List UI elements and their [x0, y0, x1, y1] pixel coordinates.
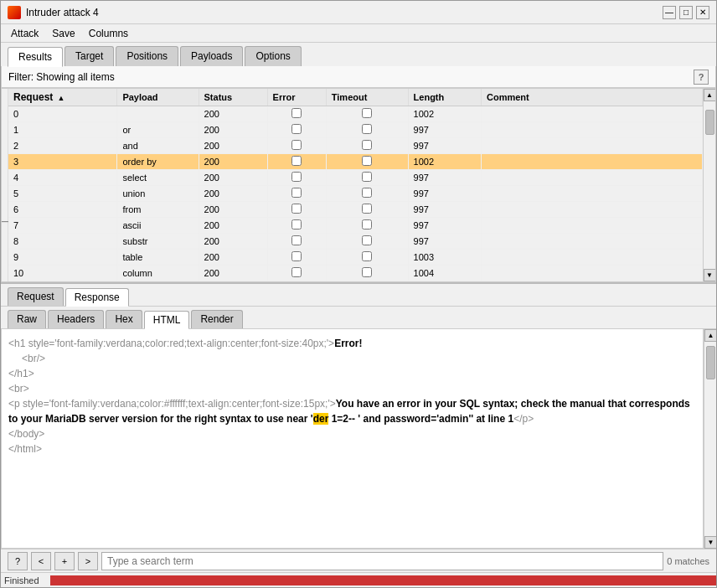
cell-length: 997	[408, 170, 481, 186]
cell-timeout[interactable]	[326, 234, 408, 250]
cell-timeout[interactable]	[326, 281, 408, 282]
content-line-2: <br/>	[8, 351, 696, 366]
results-section: T Request ▲ Payload Status Error Timeout…	[1, 88, 716, 282]
main-tabs: Results Target Positions Payloads Option…	[1, 43, 716, 66]
cell-error[interactable]	[267, 122, 326, 138]
cell-error[interactable]	[267, 234, 326, 250]
cell-comment	[481, 106, 702, 122]
content-scroll-down[interactable]: ▼	[704, 536, 716, 549]
help-nav-btn[interactable]: ?	[8, 552, 28, 570]
tab-request[interactable]: Request	[8, 287, 64, 306]
cell-error[interactable]	[267, 250, 326, 266]
cell-error[interactable]	[267, 266, 326, 281]
content-scroll-track[interactable]	[704, 342, 716, 536]
intruder-icon	[8, 6, 21, 19]
col-length[interactable]: Length	[408, 89, 481, 106]
scrollbar-down-btn[interactable]: ▼	[704, 269, 716, 281]
cell-timeout[interactable]	[326, 154, 408, 170]
table-scrollbar[interactable]: ▲ ▼	[703, 89, 715, 281]
tab-headers[interactable]: Headers	[48, 310, 104, 328]
tab-raw[interactable]: Raw	[8, 310, 46, 328]
cell-error[interactable]	[267, 281, 326, 282]
tab-target[interactable]: Target	[64, 46, 114, 66]
cell-timeout[interactable]	[326, 186, 408, 202]
table-row[interactable]: 6from200997	[8, 202, 703, 218]
cell-error[interactable]	[267, 186, 326, 202]
cell-request: 9	[8, 250, 117, 266]
col-error[interactable]: Error	[267, 89, 326, 106]
cell-status: 200	[199, 186, 267, 202]
cell-error[interactable]	[267, 154, 326, 170]
cell-timeout[interactable]	[326, 106, 408, 122]
cell-error[interactable]	[267, 170, 326, 186]
table-row[interactable]: 7ascii200997	[8, 218, 703, 234]
cell-error[interactable]	[267, 202, 326, 218]
cell-error[interactable]	[267, 138, 326, 154]
tab-payloads[interactable]: Payloads	[180, 46, 243, 66]
cell-timeout[interactable]	[326, 170, 408, 186]
table-row[interactable]: 9table2001003	[8, 250, 703, 266]
close-button[interactable]: ✕	[696, 6, 709, 19]
table-row[interactable]: 5union200997	[8, 186, 703, 202]
tab-render[interactable]: Render	[191, 310, 242, 328]
content-scrollbar[interactable]: ▲ ▼	[704, 329, 716, 549]
next-match-btn2[interactable]: >	[78, 552, 98, 570]
cell-timeout[interactable]	[326, 202, 408, 218]
content-scroll-thumb[interactable]	[706, 346, 715, 379]
cell-status: 200	[199, 281, 267, 282]
cell-status: 200	[199, 138, 267, 154]
table-row[interactable]: 11by200997	[8, 281, 703, 282]
tab-results[interactable]: Results	[8, 47, 63, 67]
menu-columns[interactable]: Columns	[82, 26, 135, 41]
cell-length: 997	[408, 281, 481, 282]
prev-match-btn[interactable]: <	[31, 552, 51, 570]
col-payload[interactable]: Payload	[117, 89, 199, 106]
scrollbar-thumb[interactable]	[705, 110, 714, 135]
cell-payload: union	[117, 186, 199, 202]
menu-attack[interactable]: Attack	[4, 26, 45, 41]
content-scroll-up[interactable]: ▲	[704, 329, 716, 342]
match-count: 0 matches	[667, 556, 709, 566]
table-row[interactable]: 8substr200997	[8, 234, 703, 250]
cell-timeout[interactable]	[326, 266, 408, 281]
table-row[interactable]: 4select200997	[8, 170, 703, 186]
maximize-button[interactable]: □	[679, 6, 693, 19]
cell-request: 2	[8, 138, 117, 154]
tab-positions[interactable]: Positions	[116, 46, 178, 66]
table-area: Request ▲ Payload Status Error Timeout L…	[8, 89, 703, 281]
table-row[interactable]: 2and200997	[8, 138, 703, 154]
scrollbar-track[interactable]	[704, 101, 716, 269]
cell-status: 200	[199, 250, 267, 266]
menu-save[interactable]: Save	[45, 26, 81, 41]
sort-arrow: ▲	[57, 94, 64, 102]
cell-request: 4	[8, 170, 117, 186]
tab-hex[interactable]: Hex	[106, 310, 142, 328]
cell-timeout[interactable]	[326, 138, 408, 154]
table-row[interactable]: 3order by2001002	[8, 154, 703, 170]
col-request[interactable]: Request ▲	[8, 89, 117, 106]
table-row[interactable]: 10column2001004	[8, 266, 703, 281]
next-match-btn[interactable]: +	[54, 552, 75, 570]
cell-length: 1002	[408, 154, 481, 170]
tab-response[interactable]: Response	[65, 288, 129, 307]
cell-error[interactable]	[267, 218, 326, 234]
help-button[interactable]: ?	[694, 70, 709, 85]
cell-request: 10	[8, 266, 117, 281]
cell-status: 200	[199, 106, 267, 122]
cell-status: 200	[199, 234, 267, 250]
col-status[interactable]: Status	[199, 89, 267, 106]
table-row[interactable]: 1or200997	[8, 122, 703, 138]
tab-html[interactable]: HTML	[144, 311, 190, 329]
cell-timeout[interactable]	[326, 250, 408, 266]
cell-timeout[interactable]	[326, 218, 408, 234]
cell-length: 997	[408, 202, 481, 218]
table-row[interactable]: 02001002	[8, 106, 703, 122]
minimize-button[interactable]: —	[663, 6, 676, 19]
cell-error[interactable]	[267, 106, 326, 122]
col-comment[interactable]: Comment	[481, 89, 702, 106]
col-timeout[interactable]: Timeout	[326, 89, 408, 106]
search-input[interactable]	[101, 552, 663, 570]
cell-timeout[interactable]	[326, 122, 408, 138]
scrollbar-up-btn[interactable]: ▲	[704, 89, 716, 101]
tab-options[interactable]: Options	[245, 46, 301, 66]
